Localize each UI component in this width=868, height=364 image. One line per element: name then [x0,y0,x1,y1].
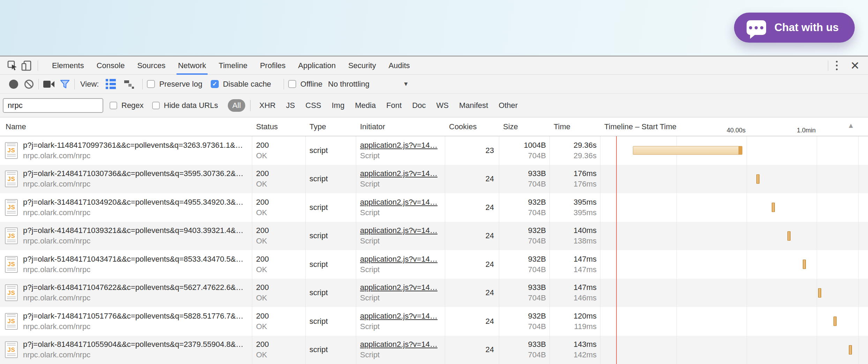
filter-type-media[interactable]: Media [355,101,376,110]
sort-ascending-icon[interactable]: ▲ [847,122,854,130]
column-header-name[interactable]: Name [6,122,26,131]
table-row[interactable]: JSp?j=olark-61484171047622&&c=pollevents… [0,279,868,307]
transfer-size: 932B [528,225,546,236]
regex-checkbox[interactable] [110,102,117,109]
filter-type-all[interactable]: All [228,99,245,112]
content-size: 704B [528,208,546,218]
timeline-view-icon[interactable] [124,80,135,89]
filter-type-font[interactable]: Font [386,101,402,110]
size-cell: 933B704B [500,336,546,364]
table-row[interactable]: JSp?j=olark-41484171039321&&c=pollevents… [0,222,868,250]
tab-sources[interactable]: Sources [136,57,167,75]
tab-elements[interactable]: Elements [51,57,85,75]
initiator-cell: application2.js?v=14…Script [360,307,441,336]
throttling-select[interactable]: No throttling [328,80,369,89]
tab-timeline[interactable]: Timeline [217,57,249,75]
preserve-log-checkbox[interactable] [147,80,155,88]
initiator-cell: application2.js?v=14…Script [360,279,441,307]
icon-lines [7,144,16,147]
timeline-tick-40s: 40.00s [727,127,746,134]
tabbar-right: ✕ [824,59,862,72]
webpage-background: Chat with us [0,0,868,56]
initiator-link[interactable]: application2.js?v=14… [360,311,441,321]
table-row[interactable]: JSp?j=olark-21484171030736&&c=pollevents… [0,165,868,194]
table-row[interactable]: JSp?j=olark-81484171055904&&c=pollevents… [0,336,868,364]
table-row[interactable]: JSp?j=olark-71484171051776&&c=pollevents… [0,307,868,336]
initiator-link[interactable]: application2.js?v=14… [360,254,441,264]
regex-label[interactable]: Regex [121,101,144,110]
hide-data-urls-label[interactable]: Hide data URLs [164,101,218,110]
filter-type-ws[interactable]: WS [436,101,449,110]
transfer-size: 932B [528,311,546,321]
filter-type-css[interactable]: CSS [306,101,321,110]
column-header-size[interactable]: Size [503,122,518,131]
screenshot-capture-icon[interactable] [43,80,55,89]
offline-checkbox[interactable] [288,80,296,88]
inspect-element-icon[interactable] [6,59,20,73]
timeline-bar[interactable] [818,288,821,298]
column-header-type[interactable]: Type [309,122,326,131]
transfer-size: 932B [528,254,546,264]
clear-network-log-icon[interactable] [24,79,34,89]
timeline-bar[interactable] [756,174,760,184]
table-row[interactable]: JSp?j=olark-31484171034920&&c=pollevents… [0,193,868,222]
tab-application[interactable]: Application [297,57,337,75]
total-time: 147ms [574,254,597,264]
timeline-bar[interactable] [833,316,837,326]
timeline-bar[interactable] [787,231,791,241]
divider [284,79,284,89]
tab-security[interactable]: Security [347,57,377,75]
initiator-link[interactable]: application2.js?v=14… [360,282,441,293]
filter-input[interactable] [3,98,103,113]
tab-console[interactable]: Console [95,57,126,75]
column-header-initiator[interactable]: Initiator [360,122,385,131]
more-options-icon[interactable] [832,59,841,72]
chat-with-us-button[interactable]: Chat with us [734,13,855,43]
filter-type-xhr[interactable]: XHR [259,101,275,110]
column-header-timeline[interactable]: Timeline – Start Time [604,122,676,131]
filter-type-img[interactable]: Img [332,101,345,110]
throttling-dropdown-arrow-icon[interactable]: ▼ [403,81,409,88]
initiator-cell: application2.js?v=14…Script [360,193,441,222]
filter-type-manifest[interactable]: Manifest [459,101,488,110]
timeline-bar[interactable] [772,203,775,212]
filter-type-other[interactable]: Other [499,101,518,110]
column-header-status[interactable]: Status [256,122,278,131]
tab-network[interactable]: Network [177,57,208,75]
table-row[interactable]: JSp?j=olark-51484171043471&&c=pollevents… [0,250,868,279]
timeline-bar[interactable] [803,260,806,269]
cookies-cell: 24 [446,250,494,279]
filter-type-doc[interactable]: Doc [412,101,426,110]
disable-cache-label[interactable]: Disable cache [223,80,271,89]
tab-audits[interactable]: Audits [387,57,411,75]
size-cell: 932B704B [500,193,546,222]
column-header-cookies[interactable]: Cookies [449,122,477,131]
preserve-log-label[interactable]: Preserve log [159,80,202,89]
initiator-link[interactable]: application2.js?v=14… [360,339,441,350]
use-large-rows-icon[interactable] [106,79,116,89]
size-cell: 932B704B [500,222,546,250]
disable-cache-checkbox[interactable]: ✓ [211,80,219,88]
offline-label[interactable]: Offline [300,80,322,89]
js-file-icon: JS [5,341,18,358]
total-time: 29.36s [574,140,597,151]
time-cell: 176ms176ms [550,165,597,194]
filter-icon[interactable] [60,79,70,89]
initiator-link[interactable]: application2.js?v=14… [360,140,441,151]
filter-type-js[interactable]: JS [286,101,295,110]
initiator-link[interactable]: application2.js?v=14… [360,225,441,236]
initiator-link[interactable]: application2.js?v=14… [360,168,441,179]
record-network-log-button[interactable] [9,80,18,89]
status-cell: 200OK [256,336,301,364]
tab-profiles[interactable]: Profiles [259,57,287,75]
timeline-bar[interactable] [633,146,742,155]
icon-lines [7,154,16,157]
timeline-bar[interactable] [849,345,852,355]
table-row[interactable]: JSp?j=olark-11484170997361&&c=pollevents… [0,136,868,165]
hide-data-urls-checkbox[interactable] [152,102,160,109]
initiator-link[interactable]: application2.js?v=14… [360,197,441,208]
status-code: 200 [256,339,301,350]
close-devtools-icon[interactable]: ✕ [850,60,860,71]
device-toolbar-icon[interactable] [20,59,33,73]
column-header-time[interactable]: Time [554,122,570,131]
